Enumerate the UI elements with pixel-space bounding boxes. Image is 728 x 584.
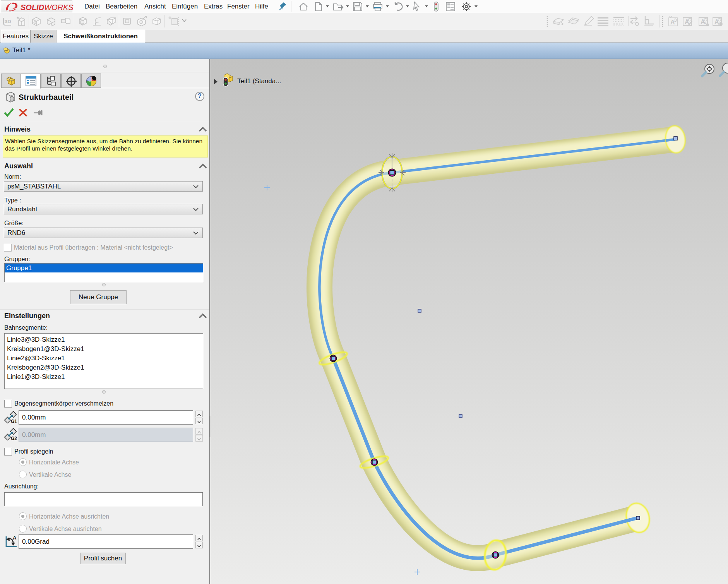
svg-text:A: A (670, 19, 675, 26)
svg-text:A: A (701, 19, 705, 25)
svg-text:G1: G1 (11, 419, 17, 423)
svg-text:G2: G2 (11, 436, 17, 440)
svg-text:3D: 3D (5, 19, 11, 24)
svg-text:Teil1 (Standa...: Teil1 (Standa... (237, 77, 281, 85)
svg-text:A: A (13, 535, 17, 541)
